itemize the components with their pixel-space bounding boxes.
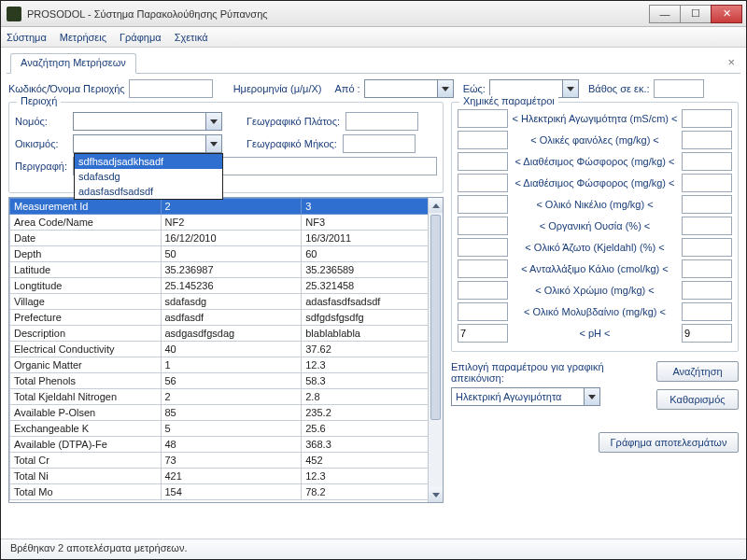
grid-row-header: Organic Matter (10, 357, 162, 373)
grid-cell[interactable]: 452 (302, 453, 443, 469)
grid-cell[interactable]: 56 (161, 373, 302, 389)
menu-measurements[interactable]: Μετρήσεις (60, 32, 106, 43)
chevron-down-icon (205, 135, 221, 152)
chem-high-input[interactable] (682, 259, 732, 278)
grid-cell[interactable]: NF3 (302, 215, 443, 231)
grid-cell[interactable]: 2.8 (302, 389, 443, 405)
chem-low-input[interactable] (458, 217, 508, 235)
grid-cell[interactable]: 12.3 (302, 357, 443, 373)
grid-cell[interactable]: 2 (161, 389, 302, 405)
chem-label: < Ολικές φαινόλες (mg/kg) < (512, 134, 678, 146)
dropdown-option[interactable]: sdafasdg (75, 169, 222, 184)
grid-cell[interactable]: 154 (161, 484, 302, 500)
minimize-button[interactable]: — (649, 5, 681, 23)
chem-high-input[interactable] (682, 217, 732, 235)
grid-header[interactable]: 2 (161, 199, 302, 215)
grid-cell[interactable]: 1 (161, 357, 302, 373)
vertical-scrollbar[interactable] (428, 198, 443, 502)
grid-cell[interactable]: 235.2 (302, 405, 443, 421)
chem-high-input[interactable] (682, 109, 732, 128)
grid-row-header: Village (10, 294, 162, 310)
param-combo-value: Ηλεκτρική Αγωγιμότητα (452, 391, 565, 402)
chem-low-input[interactable] (458, 259, 508, 278)
grid-row-header: Electrical Conductivity (10, 342, 162, 357)
chem-high-input[interactable] (682, 238, 732, 257)
grid-cell[interactable]: NF2 (161, 215, 302, 231)
grid-cell[interactable]: 25.6 (302, 421, 443, 437)
chem-low-input[interactable] (458, 195, 508, 214)
label-oikismos: Οικισμός: (15, 138, 67, 149)
grid-cell[interactable]: asdgasdfgsdag (161, 326, 302, 342)
grid-cell[interactable]: sdfgdsfgsdfg (302, 310, 443, 326)
label-date: Ημερομηνία (μ/μ/Χ) (233, 83, 322, 94)
grid-cell[interactable]: 25.321458 (302, 278, 443, 294)
chem-high-input[interactable] (682, 152, 732, 171)
lon-input[interactable] (343, 134, 416, 153)
grid-cell[interactable]: blablablabla (302, 326, 443, 342)
grid-cell[interactable]: 85 (161, 405, 302, 421)
code-input[interactable] (129, 79, 213, 98)
chem-high-input[interactable] (682, 174, 732, 192)
grid-header[interactable]: Measurement Id (10, 199, 162, 215)
grid-cell[interactable]: 368.3 (302, 437, 443, 453)
chem-low-input[interactable] (458, 174, 508, 192)
grid-cell[interactable]: 58.3 (302, 373, 443, 389)
grid-cell[interactable]: 12.3 (302, 469, 443, 484)
date-from-combo[interactable] (364, 79, 454, 98)
grid-row-header: Total Cr (10, 453, 162, 469)
grid-cell[interactable]: asdfasdf (161, 310, 302, 326)
oikismos-combo[interactable]: sdfhsadjsadkhsadf sdafasdg adasfasdfsads… (73, 134, 222, 153)
grid-header[interactable]: 3 (302, 199, 443, 215)
grid-cell[interactable]: 35.236987 (161, 262, 302, 278)
scroll-up-icon[interactable] (429, 198, 443, 213)
scroll-down-icon[interactable] (429, 487, 443, 502)
grid-cell[interactable]: adasfasdfsadsdf (302, 294, 443, 310)
grid-cell[interactable]: 48 (161, 437, 302, 453)
grid-cell[interactable]: 16/3/2011 (302, 231, 443, 246)
chem-low-input[interactable] (458, 238, 508, 257)
chem-low-input[interactable] (458, 324, 508, 343)
lat-input[interactable] (345, 112, 418, 131)
grid-cell[interactable]: 5 (161, 421, 302, 437)
chem-low-input[interactable] (458, 109, 508, 128)
grid-cell[interactable]: 78.2 (302, 484, 443, 500)
search-button[interactable]: Αναζήτηση (656, 361, 739, 382)
chem-label: < Διαθέσιμος Φώσφορος (mg/kg) < (512, 156, 678, 167)
scroll-thumb[interactable] (430, 215, 441, 420)
chem-low-input[interactable] (458, 302, 508, 321)
grid-cell[interactable]: sdafasdg (161, 294, 302, 310)
chem-high-input[interactable] (682, 324, 732, 343)
menu-system[interactable]: Σύστημα (7, 32, 47, 43)
chem-label: < Ολικό Άζωτο (Kjeldahl) (%) < (512, 242, 678, 253)
chem-high-input[interactable] (682, 281, 732, 300)
grid-cell[interactable]: 40 (161, 342, 302, 357)
grid-cell[interactable]: 50 (161, 246, 302, 262)
chem-low-input[interactable] (458, 281, 508, 300)
chem-high-input[interactable] (682, 302, 732, 321)
grid-cell[interactable]: 16/12/2010 (161, 231, 302, 246)
maximize-button[interactable]: ☐ (680, 5, 712, 23)
grid-cell[interactable]: 25.145236 (161, 278, 302, 294)
grid-cell[interactable]: 37.62 (302, 342, 443, 357)
chem-low-input[interactable] (458, 131, 508, 149)
tab-search-measurements[interactable]: Αναζήτηση Μετρήσεων (10, 53, 136, 74)
dropdown-option[interactable]: sdfhsadjsadkhsadf (75, 154, 222, 169)
param-combo[interactable]: Ηλεκτρική Αγωγιμότητα (451, 387, 600, 406)
dropdown-option[interactable]: adasfasdfsadsdf (75, 184, 222, 199)
menu-about[interactable]: Σχετικά (175, 32, 208, 43)
grid-cell[interactable]: 35.236589 (302, 262, 443, 278)
chem-high-input[interactable] (682, 131, 732, 149)
chart-results-button[interactable]: Γράφημα αποτελεσμάτων (599, 432, 739, 453)
chem-label: < Ηλεκτρική Αγωγιμότητα (mS/cm) < (512, 113, 678, 124)
clear-button[interactable]: Καθαρισμός (656, 389, 739, 410)
chem-low-input[interactable] (458, 152, 508, 171)
chem-high-input[interactable] (682, 195, 732, 214)
grid-cell[interactable]: 421 (161, 469, 302, 484)
grid-row-header: Prefecture (10, 310, 162, 326)
menu-chart[interactable]: Γράφημα (120, 32, 162, 43)
close-button[interactable]: ✕ (711, 5, 742, 23)
grid-cell[interactable]: 60 (302, 246, 443, 262)
tab-close-icon[interactable]: × (727, 55, 735, 69)
nomos-combo[interactable] (73, 112, 222, 131)
grid-cell[interactable]: 73 (161, 453, 302, 469)
